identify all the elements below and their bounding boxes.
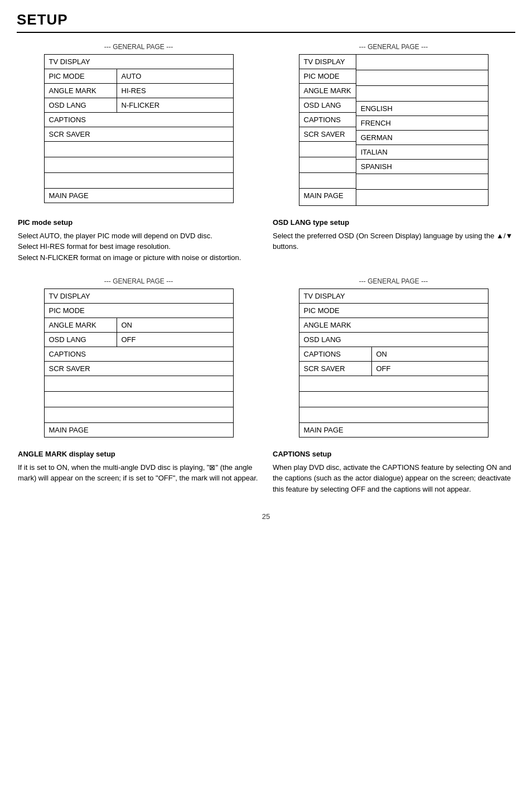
- tr-val-spanish: SPANISH: [356, 160, 488, 174]
- captions-label: CAPTIONS: [45, 113, 233, 127]
- bl-captions: CAPTIONS: [45, 347, 233, 361]
- tr-empty1: [299, 142, 356, 157]
- menu-box-bottom-right: TV DISPLAY PIC MODE ANGLE MARK OSD LANG …: [299, 289, 489, 438]
- table-row: [299, 376, 488, 392]
- bl-scr-saver: SCR SAVER: [45, 362, 233, 376]
- bl-empty2: [45, 392, 233, 407]
- br-captions-value: ON: [372, 347, 428, 361]
- table-row: [45, 376, 233, 392]
- br-captions-label: CAPTIONS: [299, 347, 372, 361]
- br-angle-mark: ANGLE MARK: [299, 318, 488, 332]
- table-row: OSD LANG: [299, 333, 488, 347]
- tr-val-empty: [356, 174, 488, 190]
- bl-osd-lang-label: OSD LANG: [45, 333, 117, 347]
- tr-osd-lang: OSD LANG: [299, 98, 356, 113]
- bottom-left-panel: --- GENERAL PAGE --- TV DISPLAY PIC MODE…: [17, 277, 260, 438]
- tr-val-0: [356, 55, 488, 70]
- table-row: [299, 392, 488, 407]
- tr-val-italian: ITALIAN: [356, 145, 488, 160]
- menu-box-bottom-left: TV DISPLAY PIC MODE ANGLE MARK ON OSD LA…: [44, 289, 234, 438]
- angle-mark-description: ANGLE MARK display setup If it is set to…: [17, 443, 260, 503]
- br-osd-lang: OSD LANG: [299, 333, 488, 347]
- page-number: 25: [17, 512, 515, 521]
- scr-saver-label: SCR SAVER: [45, 127, 233, 141]
- general-page-label-bl: --- GENERAL PAGE ---: [17, 277, 260, 285]
- bottom-right-panel: --- GENERAL PAGE --- TV DISPLAY PIC MODE…: [272, 277, 515, 438]
- tr-val-german: GERMAN: [356, 131, 488, 145]
- br-scr-saver-label: SCR SAVER: [299, 362, 372, 376]
- osd-lang-value: N-FLICKER: [117, 98, 173, 112]
- description-row-top: PIC mode setup Select AUTO, the player P…: [17, 211, 515, 272]
- table-row: ANGLE MARK: [299, 318, 488, 333]
- captions-desc-title: CAPTIONS setup: [273, 449, 514, 460]
- menu-box-top-left: TV DISPLAY PIC MODE AUTO ANGLE MARK HI-R…: [44, 54, 234, 203]
- table-row: ANGLE MARK HI-RES: [45, 84, 233, 98]
- br-pic-mode: PIC MODE: [299, 304, 488, 318]
- br-main-page[interactable]: MAIN PAGE: [299, 423, 372, 437]
- pic-mode-value: AUTO: [117, 69, 173, 83]
- pic-mode-desc-title: PIC mode setup: [18, 217, 259, 228]
- bl-angle-mark-value: ON: [117, 318, 173, 332]
- osd-lang-label: OSD LANG: [45, 98, 117, 112]
- table-row: [45, 392, 233, 407]
- bl-empty3: [45, 407, 233, 422]
- bl-angle-mark-label: ANGLE MARK: [45, 318, 117, 332]
- table-row: MAIN PAGE: [45, 189, 233, 203]
- tr-empty2: [299, 157, 356, 173]
- tr-scr-saver: SCR SAVER: [299, 127, 356, 142]
- table-row: OSD LANG OFF: [45, 333, 233, 347]
- table-row: TV DISPLAY: [299, 289, 488, 304]
- pic-mode-desc-line3: Select N-FLICKER format on image or pict…: [18, 252, 259, 263]
- table-row: PIC MODE: [45, 304, 233, 318]
- table-row: PIC MODE AUTO: [45, 69, 233, 84]
- tr-val-2: [356, 86, 488, 102]
- captions-description: CAPTIONS setup When play DVD disc, activ…: [272, 443, 515, 503]
- tr-empty3: [299, 173, 356, 189]
- table-row: CAPTIONS: [45, 347, 233, 362]
- general-page-label-br: --- GENERAL PAGE ---: [272, 277, 515, 285]
- top-right-panel: --- GENERAL PAGE --- TV DISPLAY PIC MODE…: [272, 43, 515, 206]
- table-row: ANGLE MARK ON: [45, 318, 233, 333]
- bl-main-page[interactable]: MAIN PAGE: [45, 423, 117, 437]
- tr-tv-display: TV DISPLAY: [299, 55, 356, 69]
- pic-mode-description: PIC mode setup Select AUTO, the player P…: [17, 211, 260, 272]
- angle-mark-label: ANGLE MARK: [45, 84, 117, 98]
- table-row: [45, 173, 233, 189]
- bl-tv-display: TV DISPLAY: [45, 289, 233, 303]
- br-scr-saver-value: OFF: [372, 362, 428, 376]
- main-page-label-tl[interactable]: MAIN PAGE: [45, 189, 117, 203]
- br-empty1: [299, 376, 488, 391]
- angle-mark-desc-line1: If it is set to ON, when the multi-angle…: [18, 462, 259, 484]
- tr-val-english: ENGLISH: [356, 102, 488, 116]
- table-row: MAIN PAGE: [45, 423, 233, 437]
- page-title: SETUP: [17, 11, 515, 33]
- osd-lang-description: OSD LANG type setup Select the preferred…: [272, 211, 515, 272]
- table-row: [299, 407, 488, 423]
- tr-val-1: [356, 70, 488, 86]
- angle-mark-value: HI-RES: [117, 84, 173, 98]
- empty1: [45, 142, 233, 157]
- top-left-panel: --- GENERAL PAGE --- TV DISPLAY PIC MODE…: [17, 43, 260, 206]
- tr-captions: CAPTIONS: [299, 113, 356, 127]
- table-row: [45, 407, 233, 423]
- bl-empty1: [45, 376, 233, 391]
- bl-pic-mode: PIC MODE: [45, 304, 233, 318]
- general-page-label-tr: --- GENERAL PAGE ---: [272, 43, 515, 51]
- table-row: PIC MODE: [299, 304, 488, 318]
- empty3: [45, 173, 233, 188]
- tr-val-footer: [356, 190, 488, 205]
- br-empty3: [299, 407, 488, 422]
- table-row: OSD LANG N-FLICKER: [45, 98, 233, 113]
- table-row: MAIN PAGE: [299, 423, 488, 437]
- table-row: SCR SAVER: [45, 362, 233, 376]
- table-row: [45, 157, 233, 173]
- table-row: TV DISPLAY: [45, 289, 233, 304]
- br-empty2: [299, 392, 488, 407]
- osd-lang-desc-title: OSD LANG type setup: [273, 217, 514, 228]
- bl-osd-lang-value: OFF: [117, 333, 173, 347]
- tv-display-label: TV DISPLAY: [45, 55, 233, 69]
- table-row: CAPTIONS ON: [299, 347, 488, 362]
- tr-main-page[interactable]: MAIN PAGE: [299, 189, 356, 203]
- table-row: SCR SAVER OFF: [299, 362, 488, 376]
- tr-val-french: FRENCH: [356, 116, 488, 131]
